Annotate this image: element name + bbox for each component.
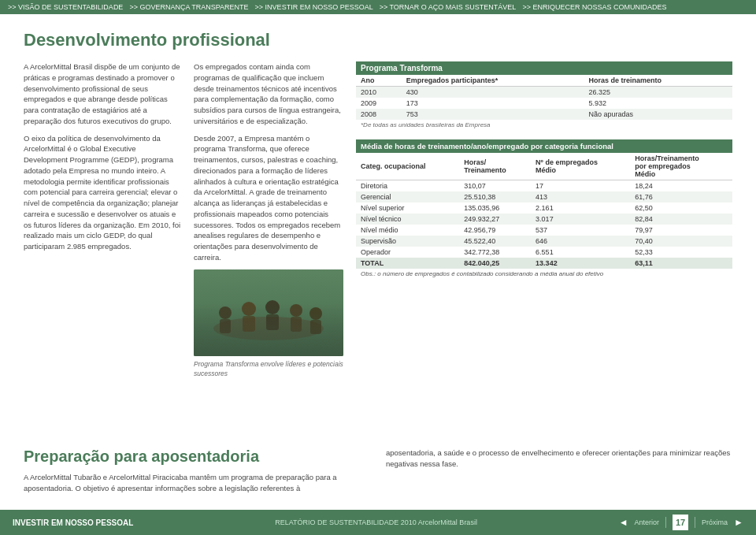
svg-point-3 (219, 307, 232, 319)
right-column: Programa Transforma Ano Empregados parti… (356, 61, 732, 433)
media-horas-title: Média de horas de treinamento/ano/empreg… (356, 139, 732, 153)
next-arrow[interactable]: ► (734, 517, 743, 528)
svg-point-2 (213, 317, 324, 340)
preparacao-right: aposentadoria, a saúde e o processo de e… (386, 448, 732, 494)
svg-rect-1 (194, 269, 343, 356)
svg-rect-4 (220, 319, 231, 333)
preparacao-left-text: A ArcelorMittal Tubarão e ArcelorMittal … (24, 472, 370, 494)
nav-item-3[interactable]: >> INVESTIR EM NOSSO PESSOAL (255, 3, 373, 11)
footer-separator (665, 517, 666, 528)
prev-arrow[interactable]: ◄ (619, 517, 628, 528)
programa-transforma-table: Programa Transforma Ano Empregados parti… (356, 61, 732, 130)
svg-point-11 (309, 307, 322, 320)
table-row: 20091735.932 (356, 98, 732, 109)
table-row: Operador342.772,386.55152,33 (356, 247, 732, 258)
page-number: 17 (673, 515, 688, 530)
footer: INVESTIR EM NOSSO PESSOAL RELATÓRIO DE S… (0, 510, 756, 535)
mh-col1: Categ. ocupacional (356, 153, 459, 180)
preparacao-left: Preparação para aposentadoria A ArcelorM… (24, 448, 370, 494)
preparacao-title: Preparação para aposentadoria (24, 448, 370, 466)
nav-item-1[interactable]: >> VISÃO DE SUSTENTABILIDADE (8, 3, 123, 11)
svg-point-7 (265, 300, 280, 314)
svg-rect-10 (291, 317, 302, 332)
page-title: Desenvolvimento profissional (24, 30, 732, 50)
image-caption: Programa Transforma envolve líderes e po… (194, 359, 343, 379)
table-row: TOTAL842.040,2513.34263,11 (356, 258, 732, 269)
middle-column: Os empregados contam ainda com programas… (194, 61, 343, 433)
footer-right: ◄ Anterior 17 Próxima ► (619, 515, 743, 530)
table-row: Nível superior135.035,962.16162,50 (356, 202, 732, 214)
table-row: Diretoria310,071718,24 (356, 180, 732, 192)
footer-separator-2 (695, 517, 695, 528)
pt-footnote: *De todas as unidades brasileiras da Emp… (356, 120, 732, 130)
svg-rect-8 (266, 314, 279, 330)
mh-col3: Nº de empregados Médio (531, 153, 630, 180)
left-column: A ArcelorMittal Brasil dispõe de um conj… (24, 61, 181, 433)
footer-center: RELATÓRIO DE SUSTENTABILIDADE 2010 Arcel… (275, 518, 477, 526)
programa-transforma-image (194, 269, 343, 356)
left-para-2: O eixo da política de desenvolvimento da… (24, 133, 181, 252)
media-horas-table: Categ. ocupacional Horas/ Treinamento Nº… (356, 153, 732, 279)
table-row: 201043026.325 (356, 87, 732, 98)
content-columns: A ArcelorMittal Brasil dispõe de um conj… (24, 61, 732, 433)
programa-table-title: Programa Transforma (356, 61, 732, 75)
bottom-section: Preparação para aposentadoria A ArcelorM… (24, 441, 732, 494)
svg-point-5 (242, 302, 256, 316)
table-row: Nível médio42.956,7953779,97 (356, 225, 732, 236)
table-row: Gerencial25.510,3841361,76 (356, 191, 732, 202)
nav-item-4[interactable]: >> TORNAR O AÇO MAIS SUSTENTÁVEL (380, 3, 517, 11)
mid-para-1: Os empregados contam ainda com programas… (194, 61, 343, 127)
svg-rect-6 (243, 316, 255, 332)
mh-col4: Horas/Treinamento por empregados Médio (630, 153, 732, 180)
prev-label[interactable]: Anterior (635, 518, 660, 526)
main-content: Desenvolvimento profissional A ArcelorMi… (0, 14, 756, 502)
nav-item-5[interactable]: >> ENRIQUECER NOSSAS COMUNIDADES (522, 3, 666, 11)
mh-col2: Horas/ Treinamento (459, 153, 531, 180)
svg-rect-12 (310, 320, 321, 334)
mid-para-2: Desde 2007, a Empresa mantém o programa … (194, 133, 343, 263)
mh-footnote: Obs.: o número de empregados é contabili… (356, 269, 732, 279)
table-row: Nível técnico249.932,273.01782,84 (356, 214, 732, 225)
pt-col3: Horas de treinamento (584, 75, 732, 87)
table-row: Supervisão45.522,4064670,40 (356, 236, 732, 247)
footer-left: INVESTIR EM NOSSO PESSOAL (13, 518, 133, 527)
next-label[interactable]: Próxima (702, 518, 728, 526)
left-para-1: A ArcelorMittal Brasil dispõe de um conj… (24, 61, 181, 127)
nav-item-2[interactable]: >> GOVERNANÇA TRANSPARENTE (129, 3, 248, 11)
pt-col1: Ano (356, 75, 402, 87)
svg-point-9 (290, 304, 302, 317)
pt-col2: Empregados participantes* (402, 75, 584, 87)
top-navigation: >> VISÃO DE SUSTENTABILIDADE >> GOVERNAN… (0, 0, 756, 14)
table-row: 2008753Não apuradas (356, 109, 732, 120)
preparacao-right-text: aposentadoria, a saúde e o processo de e… (386, 448, 732, 470)
